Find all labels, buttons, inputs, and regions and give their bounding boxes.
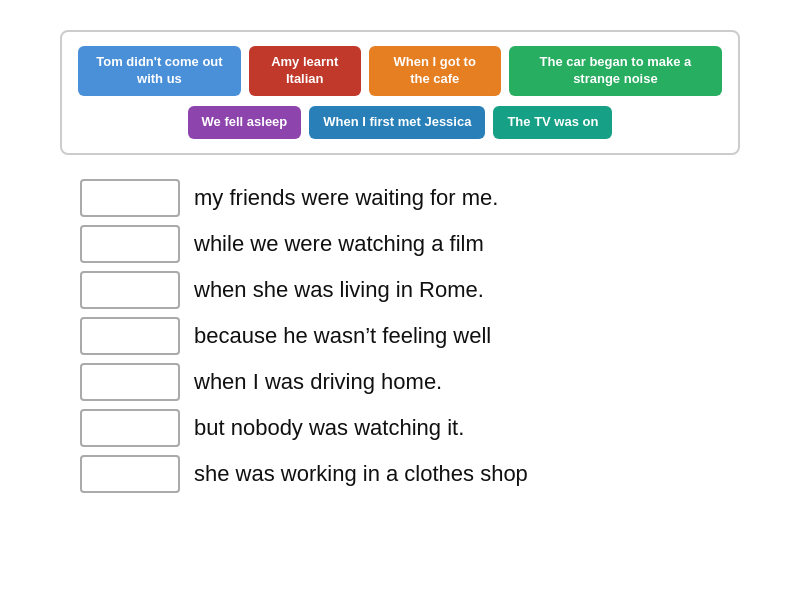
drop-box-s3[interactable] (80, 271, 180, 309)
sentence-row-s7: she was working in a clothes shop (80, 455, 780, 493)
sentence-row-s5: when I was driving home. (80, 363, 780, 401)
chip-sleep[interactable]: We fell asleep (188, 106, 302, 139)
sentence-row-s3: when she was living in Rome. (80, 271, 780, 309)
chip-cafe[interactable]: When I got to the cafe (369, 46, 501, 96)
chip-tv[interactable]: The TV was on (493, 106, 612, 139)
sentence-text-s3: when she was living in Rome. (194, 277, 484, 303)
sentence-list: my friends were waiting for me.while we … (80, 179, 780, 493)
drop-box-s2[interactable] (80, 225, 180, 263)
sentence-text-s4: because he wasn’t feeling well (194, 323, 491, 349)
drop-box-s4[interactable] (80, 317, 180, 355)
sentence-row-s4: because he wasn’t feeling well (80, 317, 780, 355)
chip-amy[interactable]: Amy learnt Italian (249, 46, 361, 96)
drop-box-s6[interactable] (80, 409, 180, 447)
chip-car[interactable]: The car began to make a strange noise (509, 46, 722, 96)
sentence-text-s1: my friends were waiting for me. (194, 185, 498, 211)
drop-box-s7[interactable] (80, 455, 180, 493)
chip-container: Tom didn't come out with usAmy learnt It… (60, 30, 740, 155)
sentence-row-s6: but nobody was watching it. (80, 409, 780, 447)
sentence-row-s1: my friends were waiting for me. (80, 179, 780, 217)
sentence-text-s7: she was working in a clothes shop (194, 461, 528, 487)
sentence-row-s2: while we were watching a film (80, 225, 780, 263)
sentence-text-s2: while we were watching a film (194, 231, 484, 257)
chip-row-2: We fell asleepWhen I first met JessicaTh… (78, 106, 722, 139)
drop-box-s1[interactable] (80, 179, 180, 217)
chip-tom[interactable]: Tom didn't come out with us (78, 46, 241, 96)
drop-box-s5[interactable] (80, 363, 180, 401)
chip-row-1: Tom didn't come out with usAmy learnt It… (78, 46, 722, 96)
sentence-text-s6: but nobody was watching it. (194, 415, 464, 441)
sentence-text-s5: when I was driving home. (194, 369, 442, 395)
chip-jessica[interactable]: When I first met Jessica (309, 106, 485, 139)
